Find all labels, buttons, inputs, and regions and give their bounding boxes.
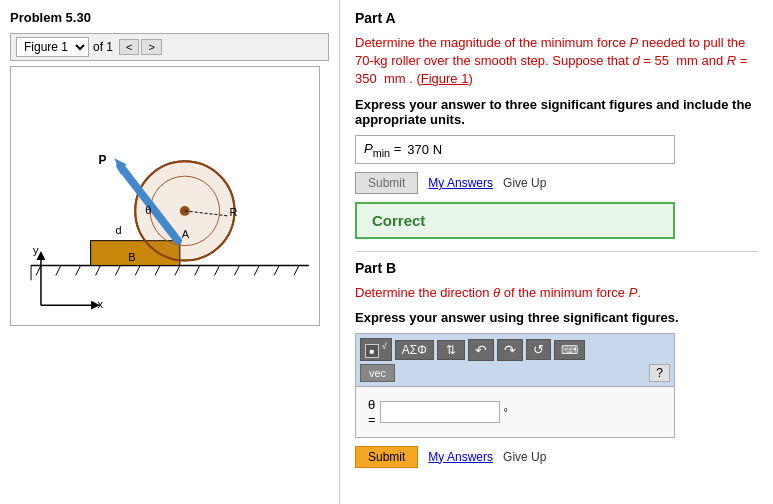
figure-controls: Figure 1 of 1 < > bbox=[10, 33, 329, 61]
svg-text:P: P bbox=[99, 153, 107, 167]
part-b-instruction: Express your answer using three signific… bbox=[355, 310, 758, 325]
svg-text:B: B bbox=[128, 251, 135, 263]
svg-line-14 bbox=[274, 265, 279, 275]
svg-line-5 bbox=[96, 265, 101, 275]
svg-line-3 bbox=[56, 265, 61, 275]
svg-text:y: y bbox=[33, 244, 39, 256]
part-b-title: Part B bbox=[355, 260, 758, 276]
give-up-link-b[interactable]: Give Up bbox=[503, 450, 546, 464]
figure-link[interactable]: Figure 1 bbox=[421, 71, 469, 86]
submit-row-b: Submit My Answers Give Up bbox=[355, 446, 758, 468]
undo-btn[interactable]: ↶ bbox=[468, 339, 494, 361]
right-panel: Part A Determine the magnitude of the mi… bbox=[340, 0, 773, 504]
correct-box: Correct bbox=[355, 202, 675, 239]
matrix-btn[interactable]: ■ √ bbox=[360, 338, 392, 360]
divider bbox=[355, 251, 758, 252]
answer-value-a: 370 N bbox=[407, 142, 442, 157]
svg-line-8 bbox=[155, 265, 160, 275]
of-label: of 1 bbox=[93, 40, 113, 54]
svg-text:d: d bbox=[115, 224, 121, 236]
prev-button[interactable]: < bbox=[119, 39, 139, 55]
next-button[interactable]: > bbox=[141, 39, 161, 55]
part-b-question: Determine the direction θ of the minimum… bbox=[355, 284, 758, 302]
svg-line-12 bbox=[234, 265, 239, 275]
svg-line-11 bbox=[215, 265, 220, 275]
answer-area-b: θ= ° bbox=[355, 387, 675, 438]
svg-text:R: R bbox=[229, 206, 237, 218]
keyboard-btn[interactable]: ⌨ bbox=[554, 340, 585, 360]
svg-text:x: x bbox=[98, 298, 104, 310]
svg-line-15 bbox=[294, 265, 299, 275]
svg-text:A: A bbox=[182, 228, 190, 240]
degree-symbol: ° bbox=[504, 406, 508, 418]
toolbar-row2: vec ? bbox=[360, 364, 670, 382]
help-btn[interactable]: ? bbox=[649, 364, 670, 382]
give-up-link-a[interactable]: Give Up bbox=[503, 176, 546, 190]
problem-title: Problem 5.30 bbox=[10, 10, 329, 25]
svg-line-7 bbox=[135, 265, 140, 275]
svg-line-10 bbox=[195, 265, 200, 275]
svg-line-9 bbox=[175, 265, 180, 275]
part-b: Part B Determine the direction θ of the … bbox=[355, 260, 758, 468]
part-a-title: Part A bbox=[355, 10, 758, 26]
svg-line-6 bbox=[115, 265, 120, 275]
arrows-btn[interactable]: ⇅ bbox=[437, 340, 465, 360]
vec-btn[interactable]: vec bbox=[360, 364, 395, 382]
svg-line-4 bbox=[76, 265, 81, 275]
part-a: Part A Determine the magnitude of the mi… bbox=[355, 10, 758, 239]
part-a-instruction: Express your answer to three significant… bbox=[355, 97, 758, 127]
refresh-btn[interactable]: ↺ bbox=[526, 339, 551, 360]
symbols-btn[interactable]: AΣΦ bbox=[395, 340, 434, 360]
math-toolbar: ■ √ AΣΦ ⇅ ↶ ↷ ↺ ⌨ vec ? bbox=[355, 333, 675, 386]
answer-field-row: θ= ° bbox=[364, 397, 666, 427]
part-a-question: Determine the magnitude of the minimum f… bbox=[355, 34, 758, 89]
theta-label: θ= bbox=[368, 397, 376, 427]
answer-row-a: Pmin = 370 N bbox=[355, 135, 675, 165]
submit-button-a[interactable]: Submit bbox=[355, 172, 418, 194]
figure-box: A R d y x bbox=[10, 66, 320, 326]
submit-row-a: Submit My Answers Give Up bbox=[355, 172, 758, 194]
figure-select[interactable]: Figure 1 bbox=[16, 37, 89, 57]
my-answers-link-b[interactable]: My Answers bbox=[428, 450, 493, 464]
submit-button-b[interactable]: Submit bbox=[355, 446, 418, 468]
theta-input[interactable] bbox=[380, 401, 500, 423]
svg-line-13 bbox=[254, 265, 259, 275]
diagram-svg: A R d y x bbox=[11, 67, 319, 325]
toolbar-row1: ■ √ AΣΦ ⇅ ↶ ↷ ↺ ⌨ bbox=[360, 338, 670, 360]
redo-btn[interactable]: ↷ bbox=[497, 339, 523, 361]
left-panel: Problem 5.30 Figure 1 of 1 < > bbox=[0, 0, 340, 504]
answer-label-a: Pmin = bbox=[364, 141, 401, 159]
svg-text:θ: θ bbox=[145, 204, 151, 216]
my-answers-link-a[interactable]: My Answers bbox=[428, 176, 493, 190]
